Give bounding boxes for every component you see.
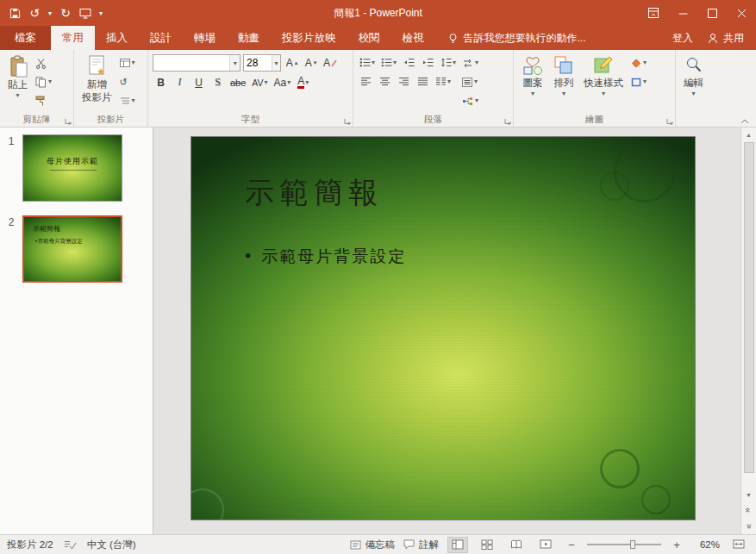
tab-review[interactable]: 校閱 <box>347 26 391 50</box>
text-direction-button[interactable]: ▾ <box>460 55 480 71</box>
slide-sorter-view-button[interactable] <box>477 537 497 553</box>
maximize-button[interactable] <box>697 0 727 26</box>
format-painter-button[interactable] <box>34 93 53 109</box>
notes-icon <box>350 540 361 550</box>
clear-formatting-button[interactable]: A <box>322 55 339 72</box>
font-color-button[interactable]: A▾ <box>295 74 311 90</box>
font-name-input[interactable] <box>153 55 229 71</box>
reading-view-button[interactable] <box>506 537 527 553</box>
shrink-font-button[interactable]: A▾ <box>303 55 319 72</box>
ribbon-display-options-icon[interactable] <box>639 0 668 26</box>
undo-dropdown-icon[interactable]: ▾ <box>45 3 55 23</box>
align-center-button[interactable] <box>377 73 393 90</box>
shape-outline-button[interactable]: ▾ <box>629 74 648 90</box>
copy-button[interactable]: ▾ <box>34 74 53 90</box>
change-case-button[interactable]: Aa▾ <box>272 74 293 90</box>
tell-me-box[interactable]: 告訴我您想要執行的動作... <box>447 26 586 50</box>
minimize-button[interactable] <box>668 0 697 26</box>
reset-button[interactable]: ↺ <box>118 74 137 90</box>
layout-button[interactable]: ▾ <box>118 55 137 71</box>
tab-design[interactable]: 設計 <box>139 26 183 50</box>
slide-indicator[interactable]: 投影片 2/2 <box>7 538 53 551</box>
underline-button[interactable]: U <box>191 74 207 90</box>
scroll-up-icon[interactable]: ▲ <box>741 128 756 141</box>
slideshow-view-button[interactable] <box>535 537 556 553</box>
italic-button[interactable]: I <box>172 74 188 90</box>
close-button[interactable] <box>727 0 756 26</box>
tab-view[interactable]: 檢視 <box>391 26 435 50</box>
strikethrough-button[interactable]: abe <box>228 74 247 90</box>
tab-file[interactable]: 檔案 <box>0 26 51 50</box>
grow-font-button[interactable]: A▴ <box>284 55 300 72</box>
zoom-level[interactable]: 62% <box>692 539 720 550</box>
scrollbar-track[interactable] <box>741 141 756 488</box>
tab-home[interactable]: 常用 <box>51 26 95 50</box>
thumbnail-2-bullet: •示範母片背景設定 <box>34 238 83 246</box>
columns-button[interactable]: ▾ <box>434 73 453 90</box>
language-indicator[interactable]: 中文 (台灣) <box>87 538 136 551</box>
slide-title-text[interactable]: 示範簡報 <box>245 173 383 213</box>
increase-indent-button[interactable] <box>420 54 436 71</box>
previous-slide-button[interactable]: « <box>741 501 756 518</box>
character-spacing-button[interactable]: AV▾ <box>250 74 269 90</box>
slide-canvas[interactable]: 示範簡報 • 示範母片背景設定 <box>191 136 696 520</box>
new-slide-button[interactable]: 新增 投影片 <box>78 53 116 113</box>
numbering-button[interactable]: ▾ <box>379 54 398 71</box>
tab-animations[interactable]: 動畫 <box>227 26 271 50</box>
align-text-button[interactable]: ▾ <box>460 74 480 90</box>
start-slideshow-icon[interactable] <box>76 3 95 23</box>
thumbnail-2-preview[interactable]: 示範簡報 •示範母片背景設定 <box>22 215 122 283</box>
cut-button[interactable] <box>34 55 53 71</box>
vertical-scrollbar[interactable]: ▲ ▼ « « <box>740 128 756 534</box>
bold-button[interactable]: B <box>153 74 169 90</box>
zoom-slider-track[interactable] <box>587 544 661 545</box>
arrange-button[interactable]: 排列 ▾ <box>550 53 578 113</box>
align-right-button[interactable] <box>396 73 412 90</box>
tab-slideshow[interactable]: 投影片放映 <box>271 26 347 50</box>
comments-button[interactable]: 註解 <box>403 538 439 551</box>
thumbnail-slide-1[interactable]: 1 母片使用示範 <box>0 134 153 202</box>
next-slide-button[interactable]: « <box>741 518 756 534</box>
scrollbar-thumb[interactable] <box>744 142 754 473</box>
notes-button[interactable]: 備忘稿 <box>350 538 396 551</box>
align-left-button[interactable] <box>358 73 374 90</box>
collapse-ribbon-icon[interactable] <box>740 119 749 124</box>
quick-styles-button[interactable]: 快速樣式 ▾ <box>580 53 627 113</box>
customize-qat-icon[interactable]: ▾ <box>96 3 106 23</box>
spell-check-icon[interactable] <box>64 539 77 550</box>
justify-button[interactable] <box>415 73 431 90</box>
font-size-input[interactable] <box>244 55 272 71</box>
tab-transitions[interactable]: 轉場 <box>183 26 227 50</box>
zoom-in-button[interactable]: + <box>670 538 684 551</box>
zoom-out-button[interactable]: − <box>565 538 578 551</box>
bullets-button[interactable]: ▾ <box>358 54 377 71</box>
drawing-mini-buttons: ▾ ▾ <box>629 53 648 113</box>
font-size-dropdown-icon[interactable]: ▾ <box>272 55 280 71</box>
share-button[interactable]: 共用 <box>707 31 744 46</box>
tab-insert[interactable]: 插入 <box>95 26 139 50</box>
thumbnail-1-preview[interactable]: 母片使用示範 <box>22 134 122 202</box>
sign-in-button[interactable]: 登入 <box>672 31 693 46</box>
font-name-combo[interactable]: ▾ <box>153 54 241 72</box>
scroll-down-icon[interactable]: ▼ <box>741 488 756 501</box>
line-spacing-button[interactable]: ▾ <box>439 54 458 71</box>
text-shadow-button[interactable]: S <box>209 74 226 90</box>
shapes-button[interactable]: 圖案 ▾ <box>518 53 547 113</box>
paste-button[interactable]: 貼上 ▾ <box>4 53 31 113</box>
slide-bullet-text[interactable]: • 示範母片背景設定 <box>243 246 406 268</box>
save-icon[interactable] <box>5 3 24 23</box>
font-size-combo[interactable]: ▾ <box>243 54 281 72</box>
normal-view-button[interactable] <box>447 537 468 553</box>
fit-slide-to-window-button[interactable] <box>728 537 749 553</box>
undo-icon[interactable]: ↺ <box>25 3 44 23</box>
font-name-dropdown-icon[interactable]: ▾ <box>229 55 240 71</box>
convert-smartart-button[interactable]: ▾ <box>460 93 480 109</box>
editing-button[interactable]: 編輯 ▾ <box>680 53 707 113</box>
decrease-indent-button[interactable] <box>401 54 417 71</box>
thumbnail-slide-2[interactable]: 2 示範簡報 •示範母片背景設定 <box>0 215 153 283</box>
shape-fill-button[interactable]: ▾ <box>629 55 648 71</box>
new-slide-label-2: 投影片 <box>82 92 112 103</box>
redo-icon[interactable]: ↻ <box>56 3 75 23</box>
section-button[interactable]: ▾ <box>118 93 137 109</box>
zoom-slider-thumb[interactable] <box>630 540 635 549</box>
